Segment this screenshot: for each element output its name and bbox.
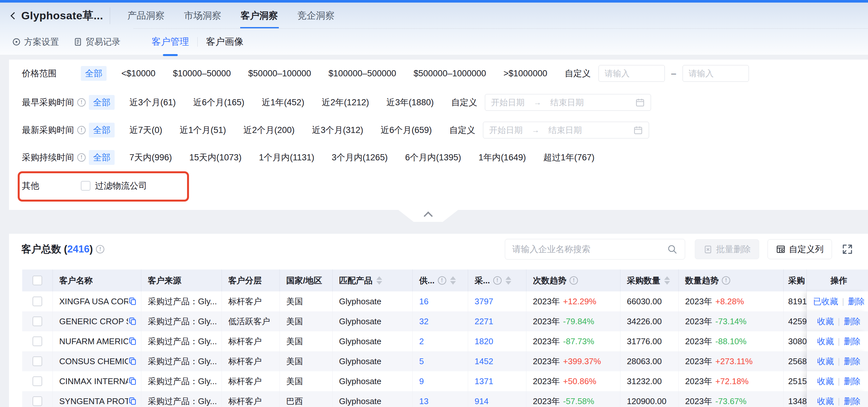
- filter-option[interactable]: 全部: [89, 150, 115, 165]
- cell-suppliers-link[interactable]: 32: [419, 316, 429, 326]
- filter-option[interactable]: 3个月内(1265): [332, 152, 388, 163]
- price-max-input[interactable]: 请输入: [683, 65, 749, 82]
- action-收藏[interactable]: 收藏: [817, 376, 834, 387]
- filter-option[interactable]: >$1000000: [503, 69, 547, 79]
- customer-name[interactable]: XINGFA USA CORPO: [59, 296, 128, 307]
- copy-icon[interactable]: [128, 337, 137, 346]
- filter-option[interactable]: 近3年(1880): [386, 97, 434, 108]
- customize-columns-button[interactable]: 自定义列: [768, 239, 832, 259]
- subtab-客户画像[interactable]: 客户画像: [206, 35, 243, 48]
- cell-purchases-link[interactable]: 1371: [474, 376, 493, 386]
- action-删除[interactable]: 删除: [844, 376, 861, 387]
- copy-icon[interactable]: [128, 357, 137, 366]
- insight-tab-市场洞察[interactable]: 市场洞察: [184, 3, 222, 29]
- subtab-客户管理[interactable]: 客户管理: [152, 35, 189, 48]
- copy-icon[interactable]: [128, 397, 137, 406]
- collapse-filters-button[interactable]: [398, 210, 459, 222]
- batch-delete-button[interactable]: 批量删除: [695, 239, 759, 259]
- date-range-picker[interactable]: 开始日期→结束日期: [485, 94, 651, 111]
- filter-option[interactable]: 近3个月(312): [312, 124, 363, 136]
- filter-option[interactable]: 全部: [89, 123, 115, 137]
- cell-purchases-link[interactable]: 914: [474, 396, 488, 406]
- filter-option[interactable]: 全部: [81, 66, 106, 81]
- cell-purchases-link[interactable]: 1820: [474, 337, 493, 346]
- cell-suppliers-link[interactable]: 13: [419, 396, 429, 406]
- cell-purchases-link[interactable]: 1452: [474, 356, 493, 367]
- action-收藏[interactable]: 收藏: [817, 336, 834, 347]
- filter-option[interactable]: $10000–50000: [173, 69, 231, 79]
- filter-option[interactable]: 近6个月(659): [380, 124, 432, 136]
- cell-country-text: 美国: [286, 376, 303, 387]
- filter-option[interactable]: 15天内(1073): [189, 152, 242, 163]
- row-checkbox[interactable]: [33, 337, 42, 346]
- filter-option[interactable]: 6个月内(1395): [405, 152, 461, 163]
- logistics-filter-checkbox[interactable]: [81, 181, 90, 191]
- action-删除[interactable]: 删除: [848, 296, 865, 307]
- action-收藏[interactable]: 收藏: [817, 356, 834, 367]
- back-button[interactable]: Glyphosate草...: [0, 8, 103, 23]
- filter-option[interactable]: 全部: [89, 95, 115, 110]
- filter-option[interactable]: 近1年(452): [262, 97, 304, 108]
- filter-option[interactable]: 1年内(1649): [478, 152, 526, 163]
- row-checkbox[interactable]: [33, 316, 42, 326]
- filter-option[interactable]: 近1个月(51): [180, 124, 226, 136]
- customer-name[interactable]: SYNGENTA PROTEC: [59, 396, 128, 406]
- price-min-input[interactable]: 请输入: [598, 65, 665, 82]
- select-all-checkbox[interactable]: [33, 276, 42, 285]
- action-删除[interactable]: 删除: [844, 356, 861, 367]
- cell-suppliers-link[interactable]: 5: [419, 356, 424, 367]
- insight-tab-竞企洞察[interactable]: 竞企洞察: [297, 3, 336, 29]
- filter-option[interactable]: 近2个月(200): [243, 124, 294, 136]
- filter-option[interactable]: <$10000: [121, 69, 156, 79]
- filter-option[interactable]: 超过1年(767): [543, 152, 594, 163]
- action-删除[interactable]: 删除: [844, 396, 861, 407]
- cell-suppliers-link[interactable]: 9: [419, 376, 424, 386]
- tool-方案设置[interactable]: 方案设置: [11, 36, 59, 48]
- action-收藏[interactable]: 收藏: [817, 396, 834, 407]
- customer-name[interactable]: GENERIC CROP SCI: [59, 316, 128, 326]
- cell-country-text: 巴西: [286, 396, 303, 407]
- row-checkbox[interactable]: [33, 376, 42, 386]
- filter-option[interactable]: $500000–1000000: [414, 69, 486, 79]
- cell-purchases-link[interactable]: 2271: [474, 316, 493, 326]
- custom-range-label[interactable]: 自定义: [449, 124, 475, 136]
- customer-name[interactable]: CONSUS CHEMICAL: [59, 356, 128, 367]
- insight-tab-客户洞察[interactable]: 客户洞察: [240, 3, 279, 29]
- filter-option[interactable]: 7天内(996): [129, 152, 172, 163]
- copy-icon[interactable]: [128, 297, 137, 306]
- row-checkbox[interactable]: [33, 296, 42, 306]
- filter-option[interactable]: 1个月内(1131): [259, 152, 314, 163]
- filter-option[interactable]: 近3个月(61): [129, 97, 176, 108]
- filter-option[interactable]: 近7天(0): [129, 124, 162, 136]
- action-收藏[interactable]: 收藏: [817, 316, 834, 327]
- customer-name[interactable]: NUFARM AMERICAS,: [59, 337, 128, 346]
- row-checkbox[interactable]: [33, 356, 42, 366]
- custom-range-label[interactable]: 自定义: [565, 68, 591, 79]
- cell-suppliers-link[interactable]: 2: [419, 337, 424, 346]
- filter-option[interactable]: 近2年(1212): [322, 97, 369, 108]
- filter-option[interactable]: $50000–100000: [248, 69, 311, 79]
- custom-range-label[interactable]: 自定义: [451, 97, 477, 108]
- sort-icon[interactable]: [664, 276, 670, 285]
- date-range-picker[interactable]: 开始日期→结束日期: [483, 122, 649, 138]
- filter-option[interactable]: 近6个月(165): [193, 97, 244, 108]
- customer-name[interactable]: CINMAX INTERNATIO: [59, 376, 128, 386]
- customer-count: 2416: [67, 244, 90, 255]
- sort-icon[interactable]: [450, 276, 456, 285]
- cell-purchases-link[interactable]: 3797: [474, 296, 493, 307]
- action-删除[interactable]: 删除: [844, 316, 861, 327]
- company-search-input[interactable]: 请输入企业名称搜索: [505, 239, 685, 259]
- cell-actions: 收藏|删除: [807, 331, 868, 351]
- sort-icon[interactable]: [505, 276, 511, 285]
- copy-icon[interactable]: [128, 377, 137, 386]
- action-已收藏[interactable]: 已收藏: [813, 296, 838, 307]
- row-checkbox[interactable]: [33, 396, 42, 406]
- cell-suppliers-link[interactable]: 16: [419, 296, 429, 307]
- action-删除[interactable]: 删除: [844, 336, 861, 347]
- sort-icon[interactable]: [376, 276, 382, 285]
- copy-icon[interactable]: [128, 317, 137, 326]
- tool-贸易记录[interactable]: 贸易记录: [73, 36, 120, 48]
- fullscreen-button[interactable]: [842, 244, 853, 255]
- insight-tab-产品洞察[interactable]: 产品洞察: [127, 3, 165, 29]
- filter-option[interactable]: $100000–500000: [329, 69, 396, 79]
